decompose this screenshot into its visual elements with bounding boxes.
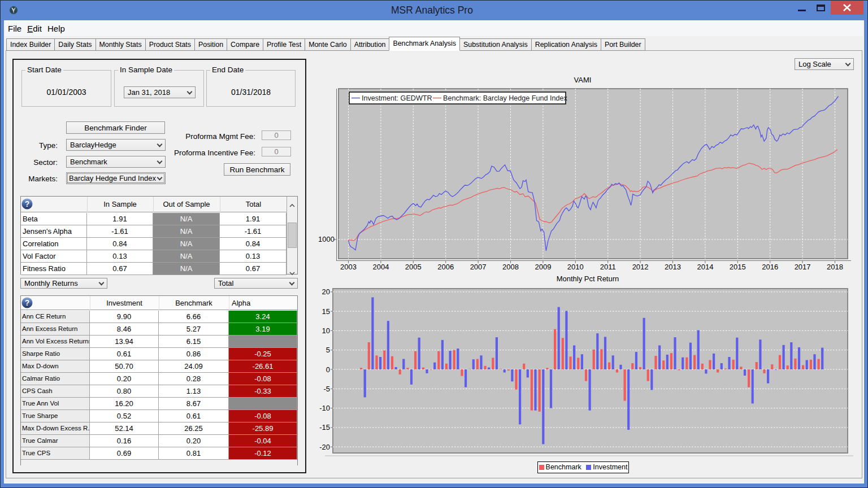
svg-text:2003: 2003 <box>340 263 357 271</box>
svg-text:2015: 2015 <box>730 263 746 271</box>
svg-text:2004: 2004 <box>372 263 389 271</box>
svg-text:Benchmark: Barclay Hedge Fund: Benchmark: Barclay Hedge Fund Index <box>443 94 568 102</box>
svg-text:2016: 2016 <box>762 263 778 271</box>
svg-text:2008: 2008 <box>502 263 519 271</box>
svg-text:-10: -10 <box>319 404 330 412</box>
svg-text:2013: 2013 <box>665 263 681 271</box>
svg-text:2011: 2011 <box>600 263 616 271</box>
svg-text:2014: 2014 <box>697 263 713 271</box>
svg-text:2012: 2012 <box>632 263 649 271</box>
svg-text:2009: 2009 <box>535 263 551 271</box>
svg-text:20: 20 <box>322 287 330 296</box>
svg-text:Investment: GEDWTR: Investment: GEDWTR <box>362 94 432 102</box>
svg-text:2010: 2010 <box>567 263 584 271</box>
svg-text:15: 15 <box>322 307 330 316</box>
svg-text:?: ? <box>25 298 30 307</box>
svg-text:1000: 1000 <box>318 235 335 243</box>
svg-text:-5: -5 <box>323 385 330 393</box>
svg-text:2005: 2005 <box>405 263 422 271</box>
svg-text:0: 0 <box>326 365 330 374</box>
svg-text:-15: -15 <box>319 423 330 432</box>
svg-text:5: 5 <box>326 346 330 354</box>
svg-text:10: 10 <box>322 326 330 335</box>
svg-text:2006: 2006 <box>437 263 454 271</box>
svg-text:2017: 2017 <box>795 263 811 271</box>
svg-text:?: ? <box>25 199 30 208</box>
svg-text:2007: 2007 <box>470 263 487 271</box>
svg-text:-20: -20 <box>319 443 330 451</box>
svg-text:2018: 2018 <box>827 263 843 271</box>
